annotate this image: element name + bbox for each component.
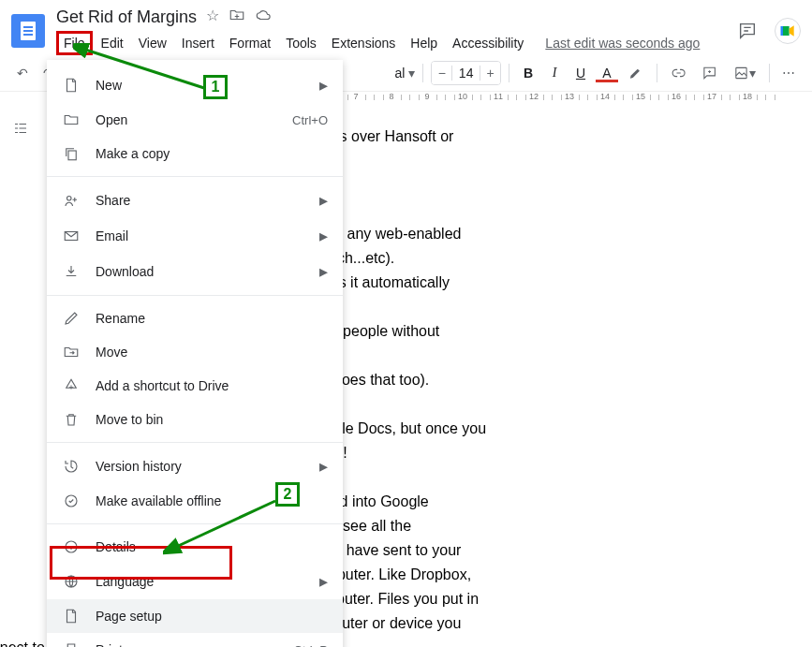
annotation-arrow-1	[73, 43, 214, 99]
submenu-arrow-icon: ▸	[319, 75, 328, 96]
email-icon	[62, 227, 81, 245]
star-icon[interactable]: ☆	[206, 7, 219, 27]
header-right	[737, 18, 801, 44]
drive-shortcut-icon	[62, 376, 81, 395]
copy-icon	[62, 144, 81, 163]
underline-button[interactable]: U	[569, 62, 592, 84]
bold-button[interactable]: B	[517, 62, 539, 84]
menu-extensions[interactable]: Extensions	[325, 32, 402, 54]
menu-tools[interactable]: Tools	[279, 32, 323, 54]
move-folder-icon	[62, 343, 81, 361]
menu-label: Rename	[96, 311, 328, 326]
history-icon	[62, 457, 81, 476]
more-tools-button[interactable]: ⋯	[777, 62, 801, 84]
font-name[interactable]: al	[394, 66, 405, 81]
add-comment-button[interactable]	[696, 61, 723, 85]
menu-separator	[47, 176, 343, 177]
submenu-arrow-icon: ▸	[319, 571, 328, 592]
rename-icon	[62, 309, 81, 328]
menu-item-language[interactable]: Language ▸	[47, 564, 343, 599]
insert-image-button[interactable]: ▾	[728, 61, 761, 85]
menu-item-movebin[interactable]: Move to bin	[47, 403, 343, 436]
font-size-control: − 14 +	[431, 61, 501, 85]
menu-accessibility[interactable]: Accessibility	[446, 32, 530, 54]
svg-line-8	[174, 501, 275, 548]
download-icon	[62, 262, 81, 281]
menu-separator	[47, 442, 343, 443]
menu-item-rename[interactable]: Rename	[47, 301, 343, 335]
menu-item-shortcut[interactable]: Add a shortcut to Drive	[47, 369, 343, 403]
svg-rect-0	[735, 67, 746, 78]
menu-label: Make a copy	[96, 146, 328, 161]
menu-item-pagesetup[interactable]: Page setup	[47, 599, 343, 633]
insert-link-button[interactable]	[665, 61, 692, 85]
share-icon	[62, 191, 81, 210]
offline-icon	[62, 492, 81, 510]
menu-item-version[interactable]: Version history ▸	[47, 448, 343, 484]
print-icon	[62, 640, 81, 647]
menu-label: Page setup	[96, 609, 328, 624]
docs-logo[interactable]	[11, 14, 45, 48]
menu-label: Print	[96, 642, 294, 647]
menu-label: Open	[96, 112, 292, 127]
menu-label: Move	[96, 345, 328, 360]
outline-rail	[0, 107, 41, 647]
menu-label: Email	[96, 228, 312, 243]
menu-label: Share	[96, 193, 312, 208]
annotation-number-1: 1	[203, 75, 228, 99]
font-size-decrease[interactable]: −	[432, 62, 451, 84]
menu-label: Move to bin	[96, 412, 328, 427]
annotation-number-2: 2	[275, 482, 300, 507]
menu-format[interactable]: Format	[223, 32, 277, 54]
font-dropdown-icon[interactable]: ▾	[408, 66, 415, 81]
page-setup-icon	[62, 607, 81, 625]
font-size-value[interactable]: 14	[451, 66, 480, 81]
menu-label: Add a shortcut to Drive	[96, 378, 328, 393]
keyboard-shortcut: Ctrl+P	[294, 643, 328, 648]
menu-label: Language	[96, 574, 312, 589]
annotation-arrow-2	[163, 496, 285, 562]
font-size-increase[interactable]: +	[480, 62, 500, 84]
globe-icon	[62, 572, 81, 591]
svg-line-7	[82, 49, 204, 88]
submenu-arrow-icon: ▸	[319, 261, 328, 282]
keyboard-shortcut: Ctrl+O	[292, 113, 328, 127]
svg-rect-1	[68, 151, 76, 160]
menu-item-open[interactable]: Open Ctrl+O	[47, 103, 343, 137]
trash-icon	[62, 410, 81, 429]
undo-button[interactable]: ↶	[11, 62, 34, 84]
menu-item-download[interactable]: Download ▸	[47, 254, 343, 289]
info-icon	[62, 537, 81, 556]
menu-separator	[47, 295, 343, 296]
menu-help[interactable]: Help	[404, 32, 444, 54]
italic-button[interactable]: I	[543, 62, 566, 84]
comments-icon[interactable]	[737, 21, 758, 41]
menu-label: Download	[96, 264, 312, 279]
svg-point-2	[67, 197, 72, 201]
submenu-arrow-icon: ▸	[319, 190, 328, 211]
submenu-arrow-icon: ▸	[319, 456, 328, 477]
cloud-status-icon[interactable]	[255, 7, 272, 27]
document-title[interactable]: Get Rid of Margins	[56, 7, 197, 27]
menu-item-print[interactable]: Print Ctrl+P	[47, 633, 343, 647]
submenu-arrow-icon: ▸	[319, 226, 328, 246]
meet-icon[interactable]	[775, 18, 801, 44]
last-edit-link[interactable]: Last edit was seconds ago	[545, 36, 700, 51]
menu-item-makecopy[interactable]: Make a copy	[47, 137, 343, 170]
menu-item-move[interactable]: Move	[47, 335, 343, 369]
highlight-button[interactable]	[622, 61, 649, 85]
menu-item-share[interactable]: Share ▸	[47, 183, 343, 218]
menu-label: Version history	[96, 459, 312, 474]
menu-item-email[interactable]: Email ▸	[47, 218, 343, 254]
folder-open-icon	[62, 110, 81, 129]
outline-icon[interactable]	[12, 120, 29, 140]
move-icon[interactable]	[229, 7, 245, 27]
text-color-button[interactable]: A	[596, 63, 618, 82]
